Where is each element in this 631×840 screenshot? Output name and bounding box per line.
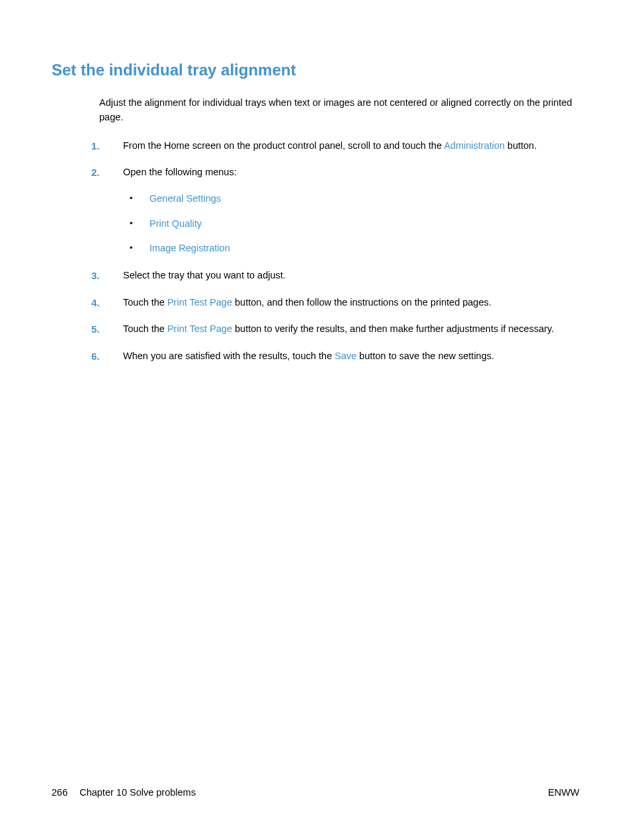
steps-list: From the Home screen on the product cont… [91,138,579,363]
step-1-text-pre: From the Home screen on the product cont… [123,140,444,151]
step-4-text-pre: Touch the [123,297,167,308]
step-5: Touch the Print Test Page button to veri… [91,321,579,336]
step-1-text-post: button. [505,140,536,151]
page-content: Set the individual tray alignment Adjust… [0,0,631,363]
step-6-text-post: button to save the new settings. [357,351,494,361]
administration-link: Administration [444,140,505,151]
save-link: Save [335,351,357,361]
step-6: When you are satisfied with the results,… [91,349,579,363]
step-5-text-post: button to verify the results, and then m… [232,323,554,334]
step-3: Select the tray that you want to adjust. [91,268,579,282]
step-2-text: Open the following menus: [123,167,237,177]
intro-paragraph: Adjust the alignment for individual tray… [99,95,579,125]
step-6-text-pre: When you are satisfied with the results,… [123,351,335,361]
locale-label: ENWW [548,787,579,798]
step-4-text-post: button, and then follow the instructions… [232,297,491,308]
step-2: Open the following menus: General Settin… [91,165,579,256]
submenu-print-quality: Print Quality [126,217,579,231]
chapter-label: Chapter 10 Solve problems [79,787,196,798]
footer-left: 266 Chapter 10 Solve problems [52,787,196,798]
step-5-text-pre: Touch the [123,323,167,334]
print-test-page-link-5: Print Test Page [167,323,232,334]
step-1: From the Home screen on the product cont… [91,138,579,153]
submenu-image-registration: Image Registration [126,241,579,256]
submenu-general-settings: General Settings [126,192,579,206]
step-3-text: Select the tray that you want to adjust. [123,270,286,280]
submenu-list: General Settings Print Quality Image Reg… [126,192,579,256]
page-number: 266 [52,787,67,798]
print-test-page-link-4: Print Test Page [167,297,232,308]
section-heading: Set the individual tray alignment [52,61,579,79]
page-footer: 266 Chapter 10 Solve problems ENWW [52,787,579,798]
step-4: Touch the Print Test Page button, and th… [91,295,579,310]
footer-right: ENWW [548,787,579,798]
general-settings-link: General Settings [149,193,221,204]
print-quality-link: Print Quality [149,218,202,229]
image-registration-link: Image Registration [149,243,230,253]
